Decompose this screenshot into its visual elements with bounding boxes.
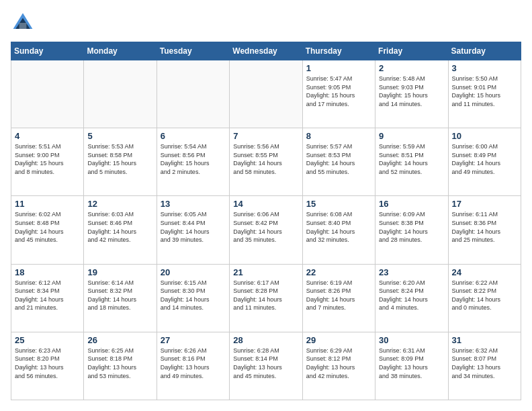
- day-number: 6: [161, 131, 226, 141]
- day-info: Sunrise: 6:08 AM Sunset: 8:40 PM Dayligh…: [306, 210, 371, 244]
- day-number: 15: [306, 199, 371, 209]
- calendar-cell: 16Sunrise: 6:09 AM Sunset: 8:38 PM Dayli…: [375, 196, 448, 264]
- day-info: Sunrise: 6:17 AM Sunset: 8:28 PM Dayligh…: [233, 279, 298, 312]
- day-info: Sunrise: 6:20 AM Sunset: 8:24 PM Dayligh…: [379, 279, 444, 312]
- calendar-cell: 21Sunrise: 6:17 AM Sunset: 8:28 PM Dayli…: [230, 264, 302, 332]
- calendar-week-4: 18Sunrise: 6:12 AM Sunset: 8:34 PM Dayli…: [11, 264, 521, 332]
- calendar-cell: [157, 60, 229, 128]
- day-info: Sunrise: 6:03 AM Sunset: 8:46 PM Dayligh…: [87, 210, 152, 244]
- day-number: 27: [161, 335, 226, 345]
- calendar-cell: 31Sunrise: 6:32 AM Sunset: 8:07 PM Dayli…: [448, 332, 521, 400]
- day-info: Sunrise: 5:51 AM Sunset: 9:00 PM Dayligh…: [15, 142, 80, 176]
- calendar-week-5: 25Sunrise: 6:23 AM Sunset: 8:20 PM Dayli…: [11, 332, 521, 400]
- calendar-week-3: 11Sunrise: 6:02 AM Sunset: 8:48 PM Dayli…: [11, 196, 521, 264]
- day-number: 21: [233, 267, 298, 277]
- day-number: 24: [452, 267, 517, 277]
- logo-icon: [11, 11, 35, 35]
- day-info: Sunrise: 6:29 AM Sunset: 8:12 PM Dayligh…: [306, 347, 371, 380]
- day-info: Sunrise: 5:53 AM Sunset: 8:58 PM Dayligh…: [87, 142, 152, 176]
- day-number: 19: [87, 267, 152, 277]
- day-number: 5: [87, 131, 152, 141]
- calendar-cell: 19Sunrise: 6:14 AM Sunset: 8:32 PM Dayli…: [84, 264, 157, 332]
- calendar-cell: 20Sunrise: 6:15 AM Sunset: 8:30 PM Dayli…: [157, 264, 229, 332]
- day-number: 26: [87, 335, 152, 345]
- day-number: 28: [233, 335, 298, 345]
- calendar-cell: 4Sunrise: 5:51 AM Sunset: 9:00 PM Daylig…: [11, 128, 84, 196]
- calendar-cell: 13Sunrise: 6:05 AM Sunset: 8:44 PM Dayli…: [157, 196, 229, 264]
- calendar-cell: 9Sunrise: 5:59 AM Sunset: 8:51 PM Daylig…: [375, 128, 448, 196]
- day-number: 8: [306, 131, 371, 141]
- day-info: Sunrise: 6:28 AM Sunset: 8:14 PM Dayligh…: [233, 347, 298, 380]
- calendar-cell: 7Sunrise: 5:56 AM Sunset: 8:55 PM Daylig…: [230, 128, 302, 196]
- calendar-header-saturday: Saturday: [448, 42, 521, 60]
- day-info: Sunrise: 5:47 AM Sunset: 9:05 PM Dayligh…: [306, 75, 371, 108]
- day-info: Sunrise: 5:48 AM Sunset: 9:03 PM Dayligh…: [379, 75, 444, 108]
- day-info: Sunrise: 6:32 AM Sunset: 8:07 PM Dayligh…: [452, 347, 517, 380]
- calendar-cell: 28Sunrise: 6:28 AM Sunset: 8:14 PM Dayli…: [230, 332, 302, 400]
- calendar-week-1: 1Sunrise: 5:47 AM Sunset: 9:05 PM Daylig…: [11, 60, 521, 128]
- day-info: Sunrise: 5:50 AM Sunset: 9:01 PM Dayligh…: [452, 75, 517, 108]
- day-number: 9: [379, 131, 444, 141]
- calendar-cell: 23Sunrise: 6:20 AM Sunset: 8:24 PM Dayli…: [375, 264, 448, 332]
- day-number: 31: [452, 335, 517, 345]
- day-number: 22: [306, 267, 371, 277]
- day-number: 11: [15, 199, 80, 209]
- calendar-cell: 8Sunrise: 5:57 AM Sunset: 8:53 PM Daylig…: [302, 128, 375, 196]
- page: SundayMondayTuesdayWednesdayThursdayFrid…: [0, 0, 532, 411]
- day-number: 20: [161, 267, 226, 277]
- calendar-cell: 17Sunrise: 6:11 AM Sunset: 8:36 PM Dayli…: [448, 196, 521, 264]
- calendar-cell: 18Sunrise: 6:12 AM Sunset: 8:34 PM Dayli…: [11, 264, 84, 332]
- day-number: 18: [15, 267, 80, 277]
- day-number: 10: [452, 131, 517, 141]
- day-info: Sunrise: 6:26 AM Sunset: 8:16 PM Dayligh…: [161, 347, 226, 380]
- day-number: 1: [306, 63, 371, 73]
- day-number: 29: [306, 335, 371, 345]
- day-number: 17: [452, 199, 517, 209]
- calendar-cell: [84, 60, 157, 128]
- calendar-cell: 22Sunrise: 6:19 AM Sunset: 8:26 PM Dayli…: [302, 264, 375, 332]
- calendar-cell: 14Sunrise: 6:06 AM Sunset: 8:42 PM Dayli…: [230, 196, 302, 264]
- day-info: Sunrise: 5:54 AM Sunset: 8:56 PM Dayligh…: [161, 142, 226, 176]
- logo: [11, 11, 39, 35]
- day-number: 14: [233, 199, 298, 209]
- svg-rect-2: [19, 23, 27, 29]
- day-number: 13: [161, 199, 226, 209]
- day-number: 2: [379, 63, 444, 73]
- calendar-cell: 5Sunrise: 5:53 AM Sunset: 8:58 PM Daylig…: [84, 128, 157, 196]
- day-info: Sunrise: 6:25 AM Sunset: 8:18 PM Dayligh…: [87, 347, 152, 380]
- day-number: 23: [379, 267, 444, 277]
- day-number: 12: [87, 199, 152, 209]
- calendar-cell: 2Sunrise: 5:48 AM Sunset: 9:03 PM Daylig…: [375, 60, 448, 128]
- day-info: Sunrise: 6:14 AM Sunset: 8:32 PM Dayligh…: [87, 279, 152, 312]
- calendar-cell: [230, 60, 302, 128]
- calendar-cell: 25Sunrise: 6:23 AM Sunset: 8:20 PM Dayli…: [11, 332, 84, 400]
- day-info: Sunrise: 5:59 AM Sunset: 8:51 PM Dayligh…: [379, 142, 444, 176]
- day-info: Sunrise: 5:57 AM Sunset: 8:53 PM Dayligh…: [306, 142, 371, 176]
- calendar-cell: 30Sunrise: 6:31 AM Sunset: 8:09 PM Dayli…: [375, 332, 448, 400]
- calendar-header-tuesday: Tuesday: [157, 42, 229, 60]
- day-info: Sunrise: 6:02 AM Sunset: 8:48 PM Dayligh…: [15, 210, 80, 244]
- day-info: Sunrise: 6:19 AM Sunset: 8:26 PM Dayligh…: [306, 279, 371, 312]
- calendar-header-row: SundayMondayTuesdayWednesdayThursdayFrid…: [11, 42, 521, 60]
- day-info: Sunrise: 6:22 AM Sunset: 8:22 PM Dayligh…: [452, 279, 517, 312]
- calendar-cell: 1Sunrise: 5:47 AM Sunset: 9:05 PM Daylig…: [302, 60, 375, 128]
- day-info: Sunrise: 6:00 AM Sunset: 8:49 PM Dayligh…: [452, 142, 517, 176]
- day-info: Sunrise: 5:56 AM Sunset: 8:55 PM Dayligh…: [233, 142, 298, 176]
- calendar-cell: 26Sunrise: 6:25 AM Sunset: 8:18 PM Dayli…: [84, 332, 157, 400]
- calendar-cell: 6Sunrise: 5:54 AM Sunset: 8:56 PM Daylig…: [157, 128, 229, 196]
- calendar-cell: 24Sunrise: 6:22 AM Sunset: 8:22 PM Dayli…: [448, 264, 521, 332]
- day-number: 16: [379, 199, 444, 209]
- calendar-cell: 10Sunrise: 6:00 AM Sunset: 8:49 PM Dayli…: [448, 128, 521, 196]
- day-info: Sunrise: 6:23 AM Sunset: 8:20 PM Dayligh…: [15, 347, 80, 380]
- calendar-header-sunday: Sunday: [11, 42, 84, 60]
- day-number: 4: [15, 131, 80, 141]
- day-info: Sunrise: 6:05 AM Sunset: 8:44 PM Dayligh…: [161, 210, 226, 244]
- day-number: 25: [15, 335, 80, 345]
- day-info: Sunrise: 6:11 AM Sunset: 8:36 PM Dayligh…: [452, 210, 517, 244]
- day-number: 7: [233, 131, 298, 141]
- day-number: 3: [452, 63, 517, 73]
- calendar-cell: 12Sunrise: 6:03 AM Sunset: 8:46 PM Dayli…: [84, 196, 157, 264]
- day-info: Sunrise: 6:31 AM Sunset: 8:09 PM Dayligh…: [379, 347, 444, 380]
- day-info: Sunrise: 6:06 AM Sunset: 8:42 PM Dayligh…: [233, 210, 298, 244]
- day-info: Sunrise: 6:15 AM Sunset: 8:30 PM Dayligh…: [161, 279, 226, 312]
